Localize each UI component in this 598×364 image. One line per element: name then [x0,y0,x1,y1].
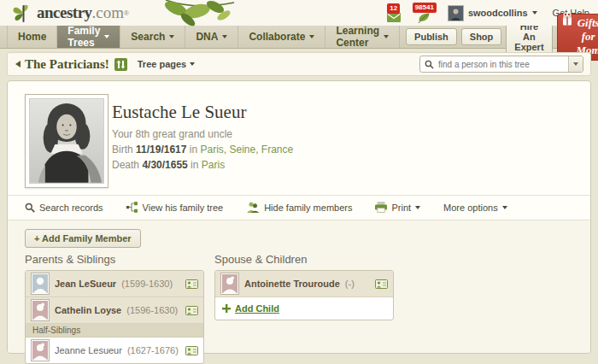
death-place: Paris [202,159,225,171]
person-years: (1599-1630) [121,279,173,289]
chevron-down-icon [384,35,389,38]
family-members-section: + Add Family Member Parents & Siblings J… [8,220,590,353]
death-label: Death [112,159,139,171]
plus-icon [222,304,231,313]
search-records-action[interactable]: Search records [25,203,103,213]
switch-tree-icon[interactable] [114,58,127,71]
parents-siblings-column: Parents & Siblings Jean LeSueur (1599-16… [25,253,204,364]
profile-portrait[interactable] [25,94,108,188]
person-name: Jean LeSueur [55,279,116,289]
action-label: Hide family members [264,203,352,213]
messages-badge: 12 [387,3,400,14]
profile-card-icon[interactable] [185,306,198,315]
brand-tld: .com [92,3,124,22]
profile-card-icon[interactable] [185,279,198,289]
site-header: ancestry.com® 12 98541 [0,0,598,26]
chevron-down-icon [169,35,174,38]
profile-card-icon[interactable] [185,346,198,355]
hide-family-members-action[interactable]: Hide family members [246,202,352,213]
tree-name-link[interactable]: The Patricians! [25,57,109,72]
relationship-text: Your 8th great grand uncle [112,128,293,140]
nav-tab-family-trees[interactable]: Family Trees [57,26,120,48]
hints-notification[interactable]: 98541 [413,3,437,23]
user-avatar-image [448,6,463,21]
female-silhouette-avatar [220,273,239,295]
nav-tab-home[interactable]: Home [7,26,57,48]
action-label: More options [443,203,498,213]
add-child-row[interactable]: Add Child [215,297,393,320]
death-in: in [191,159,198,171]
ancestry-logo[interactable]: ancestry.com® [12,3,129,23]
brand-text: ancestry [37,3,92,22]
profile-info: Eustache Le Sueur Your 8th great grand u… [112,102,293,171]
birth-line: Birth 11/19/1617 in Paris, Seine, France [112,144,293,156]
up-down-arrows-icon [116,60,126,69]
add-family-member-button[interactable]: + Add Family Member [25,229,141,248]
print-action[interactable]: Print [375,202,420,213]
action-label: Search records [39,203,103,213]
chevron-down-icon[interactable] [532,11,537,15]
logo-leaf-icon [12,3,35,23]
death-date: 4/30/1655 [142,159,187,171]
nav-tab-label: Search [131,31,165,43]
search-icon [425,60,434,69]
birth-place: Paris, Seine, France [200,144,293,156]
person-years: (1596-1630) [126,305,178,315]
nav-tab-learning-center[interactable]: Learning Center [325,26,400,48]
view-family-tree-action[interactable]: View his family tree [126,202,224,213]
male-silhouette-avatar [31,273,50,295]
main-navigation: Home Family Trees Search DNA Collaborate… [0,26,598,49]
publish-button[interactable]: Publish [406,28,457,45]
death-line: Death 4/30/1655 in Paris [112,159,293,171]
tree-toolbar: The Patricians! Tree pages [7,52,591,76]
search-dropdown-button[interactable] [568,56,583,72]
family-row-antoinette-trouroude[interactable]: Antoinette Trouroude (-) [215,271,393,297]
envelope-icon [387,13,401,22]
person-years: (-) [345,279,355,289]
spouse-children-column: Spouse & Children Antoinette Trouroude (… [214,253,394,320]
person-years: (1627-1676) [127,345,179,355]
family-row-cathelin-loyse[interactable]: Cathelin Loyse (1596-1630) [26,297,203,324]
parents-siblings-panel: Jean LeSueur (1599-1630) Cathelin Loyse … [25,270,204,364]
tree-pages-menu[interactable]: Tree pages [138,59,195,69]
nav-tab-label: Learning Center [336,25,379,49]
chevron-down-icon [502,206,507,209]
nav-tab-label: Collaborate [249,31,305,43]
parents-siblings-header: Parents & Siblings [25,253,204,266]
female-silhouette-avatar [31,299,50,321]
more-options-action[interactable]: More options [443,203,507,213]
username-menu[interactable]: swoodcollins [468,8,528,18]
nav-tab-label: DNA [196,31,218,43]
user-avatar[interactable] [448,6,463,21]
action-label: View his family tree [143,203,224,213]
person-name: Cathelin Loyse [55,305,121,315]
nav-tab-collaborate[interactable]: Collaborate [238,26,325,48]
magnifier-icon [25,203,35,213]
chevron-down-icon [573,62,578,66]
tree-search-box [419,56,583,73]
page-title-person-name: Eustache Le Sueur [112,102,293,123]
chevron-down-icon [415,206,420,209]
people-icon [246,202,260,213]
pedigree-icon [126,202,138,213]
spouse-children-header: Spouse & Children [214,253,394,266]
family-row-jean-lesueur[interactable]: Jean LeSueur (1599-1630) [26,271,203,297]
messages-notification[interactable]: 12 [387,3,401,22]
chevron-down-icon [222,35,227,38]
add-child-link[interactable]: Add Child [235,303,279,314]
back-arrow-icon[interactable] [15,61,21,68]
chevron-down-icon [190,62,195,66]
nav-tab-label: Family Trees [67,25,100,49]
half-siblings-divider: Half-Siblings [26,324,203,338]
birth-in: in [190,144,197,156]
nav-buttons-group: Publish Shop Hire An Expert Gifts for Mo… [406,26,598,48]
profile-card-icon[interactable] [375,279,388,289]
shop-button[interactable]: Shop [461,28,502,45]
gifts-for-mom-label: Gifts for Mom [577,16,598,57]
search-input[interactable] [437,59,568,70]
spouse-children-panel: Antoinette Trouroude (-) Add Child [214,270,394,320]
tree-pages-label: Tree pages [138,59,186,69]
action-label: Print [391,203,411,213]
hints-badge: 98541 [413,3,437,13]
family-row-jeanne-lesueur[interactable]: Jeanne Lesueur (1627-1676) [26,338,203,363]
